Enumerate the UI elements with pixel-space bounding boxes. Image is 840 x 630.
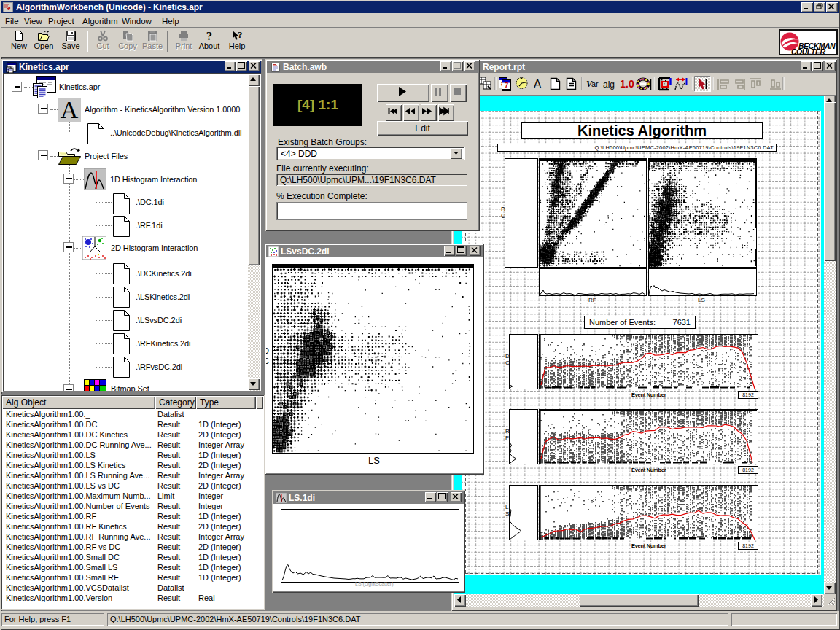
svg-text:?: ?: [206, 30, 213, 42]
svg-text:7: 7: [505, 82, 509, 90]
svg-text:alg: alg: [603, 79, 615, 90]
svg-text:A: A: [61, 98, 79, 122]
svg-text:?: ?: [238, 30, 243, 40]
svg-text:1.0: 1.0: [620, 78, 634, 90]
svg-text:COULTER: COULTER: [791, 47, 825, 54]
svg-text:A: A: [534, 78, 542, 90]
svg-text:ar: ar: [591, 79, 599, 88]
